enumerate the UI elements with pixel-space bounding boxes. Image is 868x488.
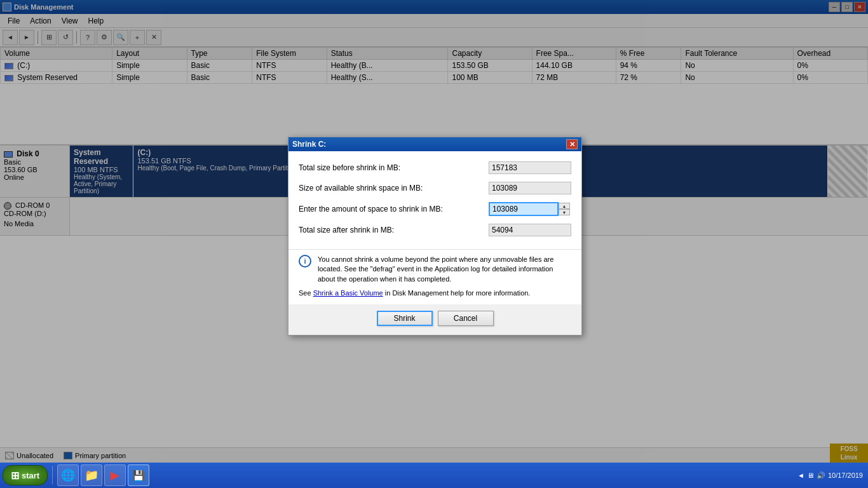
- help-text-after: in Disk Management help for more informa…: [383, 289, 531, 297]
- taskbar-diskmgmt-button[interactable]: 💾: [128, 464, 149, 486]
- spin-buttons: ▲ ▼: [559, 203, 570, 215]
- shrink-button[interactable]: Shrink: [377, 311, 433, 326]
- taskbar-tray: ◄ 🖥 🔊 10/17/2019: [795, 471, 865, 480]
- dialog-title: Shrink C:: [292, 140, 326, 149]
- tray-network-icon: 🖥: [807, 471, 814, 479]
- dialog-body: Total size before shrink in MB: 157183 S…: [288, 151, 581, 249]
- total-size-value: 157183: [489, 161, 571, 174]
- tray-arrow[interactable]: ◄: [797, 471, 804, 479]
- enter-amount-row: Enter the amount of space to shrink in M…: [299, 202, 571, 216]
- available-shrink-row: Size of available shrink space in MB: 10…: [299, 182, 571, 194]
- cancel-button[interactable]: Cancel: [438, 311, 494, 326]
- enter-amount-label: Enter the amount of space to shrink in M…: [299, 205, 489, 214]
- total-size-label: Total size before shrink in MB:: [299, 163, 489, 172]
- dialog-close-button[interactable]: ✕: [566, 139, 578, 149]
- info-row: i You cannot shrink a volume beyond the …: [299, 255, 571, 284]
- spin-down-button[interactable]: ▼: [559, 209, 570, 215]
- taskbar-media-button[interactable]: ▶: [104, 464, 126, 486]
- enter-amount-wrapper: ▲ ▼: [489, 202, 571, 216]
- total-size-row: Total size before shrink in MB: 157183: [299, 161, 571, 174]
- taskbar: ⊞ start 🌐 📁 ▶ 💾 ◄ 🖥 🔊 10/17/2019: [0, 463, 868, 488]
- info-text: You cannot shrink a volume beyond the po…: [318, 255, 571, 284]
- total-after-value: 54094: [489, 224, 571, 236]
- available-shrink-label: Size of available shrink space in MB:: [299, 184, 489, 193]
- start-label: start: [22, 471, 39, 480]
- start-button[interactable]: ⊞ start: [3, 465, 48, 485]
- shrink-amount-input[interactable]: [489, 202, 559, 216]
- taskbar-ie-button[interactable]: 🌐: [57, 464, 79, 486]
- help-text-row: See Shrink a Basic Volume in Disk Manage…: [299, 289, 571, 297]
- taskbar-sep: [52, 466, 53, 485]
- info-section: i You cannot shrink a volume beyond the …: [288, 249, 581, 304]
- help-link[interactable]: Shrink a Basic Volume: [313, 289, 383, 297]
- shrink-dialog: Shrink C: ✕ Total size before shrink in …: [288, 137, 582, 336]
- available-shrink-value: 103089: [489, 182, 571, 194]
- dialog-title-bar: Shrink C: ✕: [288, 137, 581, 151]
- dialog-buttons: Shrink Cancel: [288, 304, 581, 335]
- tray-volume-icon: 🔊: [817, 471, 825, 480]
- total-after-row: Total size after shrink in MB: 54094: [299, 224, 571, 236]
- modal-overlay: Shrink C: ✕ Total size before shrink in …: [0, 0, 868, 463]
- help-text-before: See: [299, 289, 313, 297]
- info-icon: i: [299, 255, 311, 268]
- spin-up-button[interactable]: ▲: [559, 203, 570, 209]
- tray-time: 10/17/2019: [828, 471, 863, 479]
- total-after-label: Total size after shrink in MB:: [299, 226, 489, 234]
- taskbar-explorer-button[interactable]: 📁: [81, 464, 102, 486]
